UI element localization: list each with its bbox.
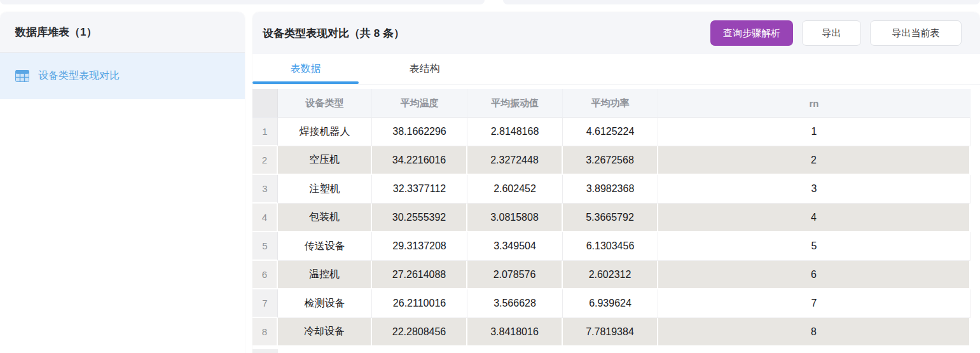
table-cell: 温控机 — [278, 261, 372, 289]
table-row: 5传送设备29.31372083.3495046.13034565 — [252, 232, 970, 261]
table-cell: 4.6125224 — [563, 118, 658, 146]
table-cell: 2.078576 — [467, 261, 563, 289]
tab-bar: 表数据 表结构 — [252, 54, 980, 85]
row-number: 1 — [252, 118, 278, 146]
table-cell: 3.566628 — [467, 289, 563, 318]
table-cell: 4 — [658, 204, 970, 232]
top-panel-edge-left — [0, 0, 485, 4]
table-cell: 2.602452 — [467, 175, 563, 204]
table-cell: 3.8982368 — [563, 175, 658, 204]
column-header: 平均功率 — [563, 89, 658, 118]
table-icon — [15, 70, 29, 82]
main-header: 设备类型表现对比（共 8 条） 查询步骤解析 导出 导出当前表 — [252, 12, 980, 54]
column-header: 平均温度 — [372, 89, 467, 118]
table-cell: 冷却设备 — [278, 318, 372, 347]
table-cell: 注塑机 — [278, 175, 372, 204]
table-cell: 2 — [658, 146, 970, 175]
table-cell: 3 — [658, 175, 970, 204]
top-panel-edge-right — [503, 0, 980, 4]
table-cell: 6 — [658, 261, 970, 289]
table-cell: 2.3272448 — [467, 146, 563, 175]
sidebar: 数据库堆表（1） 设备类型表现对比 — [0, 12, 245, 353]
table-header-row: 设备类型平均温度平均振动值平均功率rn — [252, 89, 970, 118]
tab-table-data[interactable]: 表数据 — [252, 54, 359, 84]
table-cell: 焊接机器人 — [278, 118, 372, 146]
export-current-table-button[interactable]: 导出当前表 — [870, 20, 962, 46]
table-cell: 3.0815808 — [467, 204, 563, 232]
table-cell: 3.349504 — [467, 232, 563, 261]
data-table-container: 设备类型平均温度平均振动值平均功率rn 1焊接机器人38.16622962.81… — [252, 89, 980, 353]
table-cell: 26.2110016 — [372, 289, 467, 318]
table-cell: 6.1303456 — [563, 232, 658, 261]
table-cell: 2.602312 — [563, 261, 658, 289]
header-actions: 查询步骤解析 导出 导出当前表 — [710, 20, 962, 46]
table-cell: 27.2614088 — [372, 261, 467, 289]
row-number: 7 — [252, 289, 278, 318]
page-title: 设备类型表现对比（共 8 条） — [263, 26, 404, 41]
table-cell: 7 — [658, 289, 970, 318]
export-button[interactable]: 导出 — [802, 20, 861, 46]
table-cell: 2.8148168 — [467, 118, 563, 146]
table-cell: 8 — [658, 318, 970, 347]
row-number: 8 — [252, 318, 278, 347]
table-cell: 3.8418016 — [467, 318, 563, 347]
row-number: 3 — [252, 175, 278, 204]
main-panel: 设备类型表现对比（共 8 条） 查询步骤解析 导出 导出当前表 表数据 表结构 … — [252, 12, 980, 353]
data-table: 设备类型平均温度平均振动值平均功率rn 1焊接机器人38.16622962.81… — [252, 89, 970, 347]
table-cell: 30.2555392 — [372, 204, 467, 232]
column-header: 平均振动值 — [467, 89, 563, 118]
table-cell: 3.2672568 — [563, 146, 658, 175]
table-cell: 6.939624 — [563, 289, 658, 318]
table-cell: 5.3665792 — [563, 204, 658, 232]
table-cell: 32.3377112 — [372, 175, 467, 204]
sidebar-title: 数据库堆表（1） — [0, 12, 245, 53]
table-cell: 检测设备 — [278, 289, 372, 318]
table-row: 1焊接机器人38.16622962.81481684.61252241 — [252, 118, 970, 146]
table-body: 1焊接机器人38.16622962.81481684.612522412空压机3… — [252, 118, 970, 347]
table-cell: 7.7819384 — [563, 318, 658, 347]
table-cell: 包装机 — [278, 204, 372, 232]
table-cell: 34.2216016 — [372, 146, 467, 175]
table-row: 6温控机27.26140882.0785762.6023126 — [252, 261, 970, 289]
table-cell: 1 — [658, 118, 970, 146]
table-row: 2空压机34.22160162.32724483.26725682 — [252, 146, 970, 175]
sidebar-item-label: 设备类型表现对比 — [38, 69, 120, 83]
table-cell: 38.1662296 — [372, 118, 467, 146]
column-header: 设备类型 — [278, 89, 372, 118]
tab-table-structure[interactable]: 表结构 — [371, 54, 478, 84]
table-row: 4包装机30.25553923.08158085.36657924 — [252, 204, 970, 232]
row-number: 6 — [252, 261, 278, 289]
sidebar-item-device-table[interactable]: 设备类型表现对比 — [0, 53, 245, 99]
next-row-stub — [252, 349, 278, 353]
table-cell: 29.3137208 — [372, 232, 467, 261]
table-cell: 空压机 — [278, 146, 372, 175]
table-row: 3注塑机32.33771122.6024523.89823683 — [252, 175, 970, 204]
table-cell: 22.2808456 — [372, 318, 467, 347]
query-steps-analysis-button[interactable]: 查询步骤解析 — [710, 20, 793, 46]
row-number: 5 — [252, 232, 278, 261]
table-row: 7检测设备26.21100163.5666286.9396247 — [252, 289, 970, 318]
table-row: 8冷却设备22.28084563.84180167.78193848 — [252, 318, 970, 347]
table-cell: 传送设备 — [278, 232, 372, 261]
column-header: rn — [658, 89, 970, 118]
row-number: 2 — [252, 146, 278, 175]
corner-cell — [252, 89, 278, 118]
table-cell: 5 — [658, 232, 970, 261]
row-number: 4 — [252, 204, 278, 232]
